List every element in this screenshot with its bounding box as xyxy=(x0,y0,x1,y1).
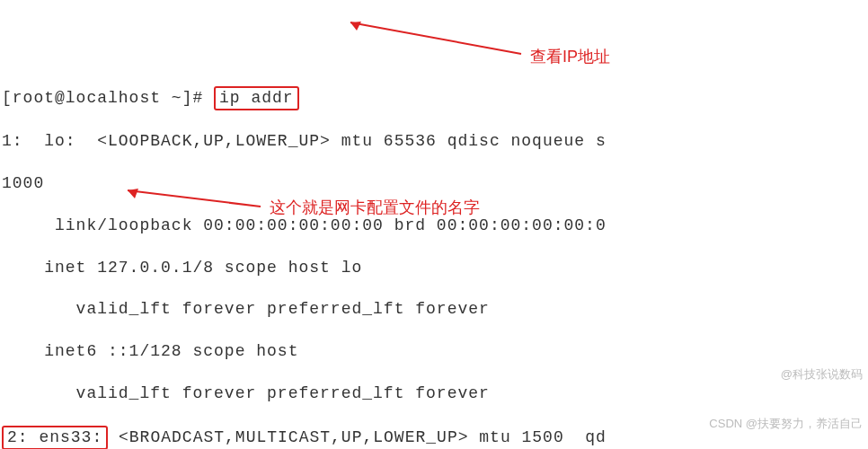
svg-line-0 xyxy=(350,22,521,54)
iface-rest: <BROADCAST,MULTICAST,UP,LOWER_UP> mtu 15… xyxy=(108,428,607,446)
watermark-line1: @科技张说数码 xyxy=(709,366,863,383)
output-line: inet 127.0.0.1/8 scope host lo xyxy=(2,258,868,278)
output-line: link/loopback 00:00:00:00:00:00 brd 00:0… xyxy=(2,216,868,236)
svg-marker-1 xyxy=(350,22,361,31)
output-line: 1000 xyxy=(2,173,868,194)
annotation-nic-name: 这个就是网卡配置文件的名字 xyxy=(270,198,480,218)
iface-name: 2: ens33: xyxy=(7,428,102,446)
arrow-to-command xyxy=(341,13,530,63)
watermark-line2: CSDN @扶要努力，养活自己 xyxy=(709,416,863,432)
command-box: ip addr xyxy=(214,86,299,110)
output-line: 1: lo: <LOOPBACK,UP,LOWER_UP> mtu 65536 … xyxy=(2,131,868,152)
prompt-line: [root@localhost ~]# ip addr xyxy=(2,86,868,110)
command-text: ip addr xyxy=(219,89,294,107)
shell-prompt: [root@localhost ~]# xyxy=(2,89,214,107)
output-line: valid_lft forever preferred_lft forever xyxy=(2,299,868,320)
annotation-view-ip: 查看IP地址 xyxy=(530,47,610,67)
watermark: @科技张说数码 CSDN @扶要努力，养活自己 xyxy=(709,334,863,448)
iface-name-box: 2: ens33: xyxy=(2,426,108,449)
